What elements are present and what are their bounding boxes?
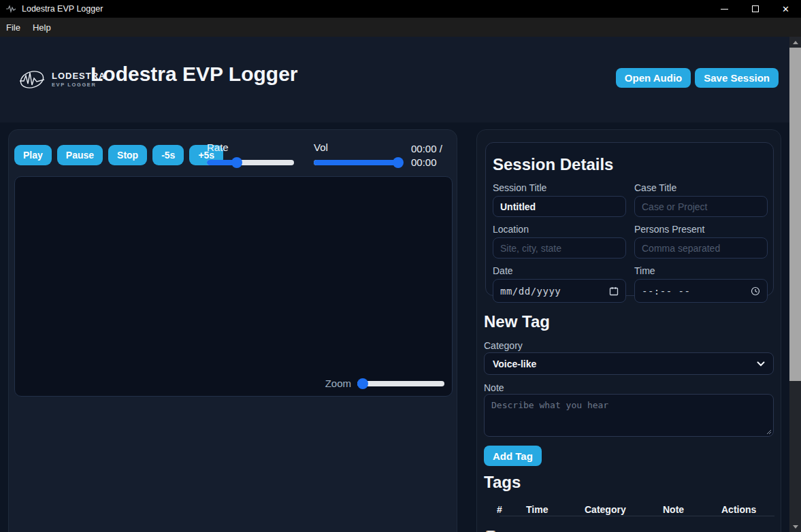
- play-button[interactable]: Play: [14, 145, 52, 165]
- tags-column-category: Category: [585, 504, 626, 515]
- zoom-label: Zoom: [325, 378, 351, 389]
- title-bar: Lodestra EVP Logger ✕: [0, 0, 801, 18]
- resize-handle-icon[interactable]: [766, 429, 772, 435]
- volume-slider-thumb[interactable]: [393, 157, 404, 168]
- location-input[interactable]: [493, 237, 626, 259]
- date-label: Date: [493, 265, 626, 276]
- case-title-input[interactable]: [634, 196, 768, 217]
- app-header: LODESTRA EVP LOGGER Lodestra EVP Logger …: [0, 37, 801, 122]
- window-title: Lodestra EVP Logger: [22, 4, 103, 14]
- time-label: Time: [634, 265, 768, 276]
- case-title-label: Case Title: [634, 182, 768, 193]
- session-details-heading: Session Details: [493, 155, 766, 174]
- player-panel: Play Pause Stop -5s +5s Rate Vol 00:00 /…: [8, 129, 457, 532]
- zoom-slider-thumb[interactable]: [357, 378, 368, 389]
- session-title-label: Session Title: [493, 182, 626, 193]
- maximize-button[interactable]: [740, 0, 770, 18]
- new-tag-heading: New Tag: [484, 312, 550, 331]
- volume-slider-fill: [314, 160, 398, 165]
- menu-file[interactable]: File: [0, 18, 27, 37]
- app-waveform-icon: [5, 5, 16, 13]
- minimize-button[interactable]: [709, 0, 740, 18]
- session-details-card: Session Details Session Title Case Title…: [485, 142, 774, 296]
- pause-button[interactable]: Pause: [57, 145, 103, 165]
- calendar-icon[interactable]: [609, 286, 619, 296]
- zoom-slider-track[interactable]: [357, 381, 444, 386]
- add-tag-button[interactable]: Add Tag: [484, 446, 542, 466]
- time-placeholder: --:-- --: [642, 286, 690, 297]
- logo-waveform-icon: [16, 65, 48, 94]
- close-button[interactable]: ✕: [770, 0, 801, 18]
- date-placeholder: mm/dd/yyyy: [500, 286, 561, 297]
- open-audio-button[interactable]: Open Audio: [616, 68, 691, 88]
- close-icon: ✕: [782, 5, 789, 14]
- chevron-down-icon: [757, 361, 765, 367]
- location-label: Location: [493, 224, 626, 235]
- rate-label: Rate: [207, 142, 294, 153]
- scroll-down-button[interactable]: [789, 521, 801, 532]
- zoom-slider[interactable]: [357, 378, 444, 389]
- note-label: Note: [484, 382, 504, 393]
- scroll-down-icon: [793, 525, 798, 529]
- menu-help[interactable]: Help: [27, 18, 57, 37]
- vertical-scrollbar[interactable]: [789, 37, 801, 532]
- rate-slider[interactable]: [207, 157, 294, 168]
- scroll-up-button[interactable]: [789, 37, 801, 48]
- page-title: Lodestra EVP Logger: [91, 63, 298, 86]
- scroll-up-icon: [793, 41, 798, 44]
- clock-icon[interactable]: [751, 286, 760, 296]
- stop-button[interactable]: Stop: [108, 145, 147, 165]
- time-display: 00:00 / 00:00: [411, 142, 455, 169]
- session-sidebar: Session Details Session Title Case Title…: [476, 129, 781, 532]
- waveform-canvas[interactable]: Zoom: [14, 176, 453, 397]
- volume-slider[interactable]: [314, 157, 401, 168]
- category-select[interactable]: Voice-like: [484, 352, 774, 375]
- transport-controls: Play Pause Stop -5s +5s Rate Vol 00:00 /…: [14, 144, 453, 167]
- persons-present-input[interactable]: [634, 237, 768, 259]
- persons-present-label: Persons Present: [634, 224, 768, 235]
- scrollbar-thumb[interactable]: [789, 48, 801, 381]
- note-textarea[interactable]: [484, 394, 774, 437]
- maximize-icon: [752, 5, 759, 12]
- session-title-input[interactable]: [493, 196, 626, 217]
- menu-bar: File Help: [0, 18, 801, 37]
- tags-column-actions: Actions: [721, 504, 756, 515]
- category-selected-value: Voice-like: [493, 359, 536, 369]
- tags-header-divider: [500, 516, 774, 516]
- category-label: Category: [484, 340, 523, 351]
- minimize-icon: [721, 9, 728, 10]
- rate-slider-thumb[interactable]: [231, 157, 242, 168]
- tags-heading: Tags: [484, 473, 521, 492]
- time-input[interactable]: --:-- --: [634, 279, 768, 303]
- date-input[interactable]: mm/dd/yyyy: [493, 279, 626, 303]
- tags-column-number: #: [497, 504, 502, 515]
- tags-column-note: Note: [663, 504, 684, 515]
- save-session-button[interactable]: Save Session: [695, 68, 779, 88]
- back-5s-button[interactable]: -5s: [152, 145, 184, 165]
- tags-column-time: Time: [526, 504, 548, 515]
- volume-label: Vol: [314, 142, 401, 153]
